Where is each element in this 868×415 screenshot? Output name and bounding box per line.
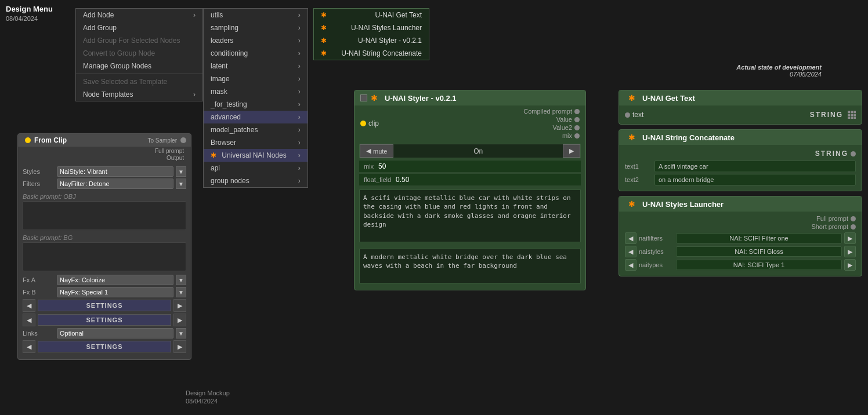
menu-convert-to-group: Convert to Group Node bbox=[76, 47, 202, 60]
string-label: STRING bbox=[810, 111, 843, 119]
menu-u-nai-string-concat[interactable]: ✱ U-NAI String Concatenate bbox=[314, 47, 429, 60]
filters-dropdown-btn[interactable]: ▼ bbox=[176, 179, 186, 189]
arrow-icon: › bbox=[298, 11, 301, 19]
fxa-dropdown-btn[interactable]: ▼ bbox=[176, 275, 186, 285]
settings-left-arrow-1[interactable]: ◀ bbox=[23, 299, 35, 312]
orange-star-icon: ✱ bbox=[628, 93, 635, 103]
concat-text1-value[interactable]: A scifi vintage car bbox=[654, 161, 856, 172]
short-prompt-label: Short prompt bbox=[811, 223, 848, 230]
styler-text2[interactable]: A modern mettalic white bridge over the … bbox=[359, 249, 581, 283]
settings-row-1: ◀ SETTINGS ▶ bbox=[23, 299, 186, 312]
menu-browser[interactable]: Browser › bbox=[204, 136, 308, 149]
settings-right-arrow-3[interactable]: ▶ bbox=[173, 340, 186, 353]
text-port-dot bbox=[625, 112, 630, 118]
naitypes-value[interactable]: NAI: SCIFI Type 1 bbox=[676, 260, 842, 270]
fxb-dropdown-btn[interactable]: ▼ bbox=[176, 287, 186, 297]
settings-right-arrow-1[interactable]: ▶ bbox=[173, 299, 186, 312]
orange-star-icon: ✱ bbox=[628, 133, 635, 142]
menu-loaders[interactable]: loaders › bbox=[204, 34, 308, 47]
concat-text2-label: text2 bbox=[625, 176, 651, 183]
actual-state-label: Actual state of development 07/05/2024 bbox=[736, 64, 822, 78]
get-text-header: ✱ U-NAI Get Text bbox=[619, 90, 862, 105]
arrow-icon: › bbox=[298, 113, 301, 121]
menu-save-template: Save Selected as Template bbox=[76, 75, 202, 88]
fxb-select[interactable]: NayFx: Special 1 bbox=[57, 287, 173, 297]
menu-u-nai-styles-launcher[interactable]: ✱ U-NAI Styles Launcher bbox=[314, 21, 429, 34]
get-text-port-row: text STRING bbox=[625, 109, 856, 121]
naifilters-right-arrow[interactable]: ▶ bbox=[844, 232, 856, 244]
naitypes-label: naitypes bbox=[639, 261, 674, 268]
unai-styler-header: ✱ U-NAI Styler - v0.2.1 bbox=[355, 90, 585, 105]
menu-latent[interactable]: latent › bbox=[204, 60, 308, 72]
styles-select[interactable]: NaiStyle: Vibrant bbox=[57, 166, 173, 177]
value-dot bbox=[574, 117, 580, 122]
float-field-value[interactable]: 0.50 bbox=[396, 176, 409, 184]
concat-string-label: STRING bbox=[815, 150, 848, 158]
settings-btn-3[interactable]: SETTINGS bbox=[38, 341, 171, 352]
naistyles-left-arrow[interactable]: ◀ bbox=[625, 246, 636, 257]
naitypes-right-arrow[interactable]: ▶ bbox=[844, 259, 856, 271]
arrow-icon: › bbox=[298, 126, 301, 134]
menu-model-patches[interactable]: model_patches › bbox=[204, 123, 308, 136]
mute-right-btn[interactable]: ▶ bbox=[563, 144, 580, 158]
menu-u-nai-styler[interactable]: ✱ U-NAI Styler - v0.2.1 bbox=[314, 34, 429, 47]
styler-checkbox[interactable] bbox=[360, 94, 367, 101]
menu-add-group[interactable]: Add Group bbox=[76, 21, 202, 34]
full-prompt-label: Full prompt bbox=[155, 148, 184, 154]
naitypes-left-arrow[interactable]: ◀ bbox=[625, 259, 636, 271]
naistyles-right-arrow[interactable]: ▶ bbox=[844, 246, 856, 257]
filters-select[interactable]: NayFilter: Detone bbox=[57, 179, 173, 189]
mute-state-label: On bbox=[393, 147, 563, 155]
menu-api[interactable]: api › bbox=[204, 162, 308, 174]
settings-row-3: ◀ SETTINGS ▶ bbox=[23, 340, 186, 353]
basic-prompt-obj-label: Basic prompt: OBJ bbox=[23, 191, 186, 201]
menu-manage-group[interactable]: Manage Group Nodes bbox=[76, 60, 202, 72]
menu-add-group-selected: Add Group For Selected Nodes bbox=[76, 34, 202, 47]
value2-dot bbox=[574, 125, 580, 130]
basic-prompt-obj-textarea[interactable] bbox=[23, 201, 186, 230]
styles-dropdown-btn[interactable]: ▼ bbox=[176, 166, 186, 177]
settings-right-arrow-2[interactable]: ▶ bbox=[173, 314, 186, 326]
naistyles-value[interactable]: NAI: SCIFI Gloss bbox=[676, 246, 842, 257]
arrow-icon: › bbox=[298, 151, 301, 159]
styler-text1[interactable]: A scifi vintage metallic blue car with w… bbox=[359, 190, 581, 242]
menu-utils[interactable]: utils › bbox=[204, 9, 308, 21]
settings-left-arrow-3[interactable]: ◀ bbox=[23, 340, 35, 353]
mix-field-value[interactable]: 50 bbox=[378, 162, 386, 170]
basic-prompt-bg-textarea[interactable] bbox=[23, 242, 186, 271]
arrow-icon: › bbox=[298, 164, 301, 172]
menu-image[interactable]: image › bbox=[204, 72, 308, 85]
naifilters-left-arrow[interactable]: ◀ bbox=[625, 232, 636, 244]
launcher-header: ✱ U-NAI Styles Launcher bbox=[619, 196, 862, 212]
naifilters-value[interactable]: NAI: SCIFI Filter one bbox=[676, 233, 842, 243]
menu-add-node[interactable]: Add Node › bbox=[76, 9, 202, 21]
menu-group-nodes[interactable]: group nodes › bbox=[204, 174, 308, 187]
menu-u-nai-get-text[interactable]: ✱ U-NAI Get Text bbox=[314, 9, 429, 21]
menu-sampling[interactable]: sampling › bbox=[204, 21, 308, 34]
menu-mask[interactable]: mask › bbox=[204, 85, 308, 98]
launcher-body: Full prompt Short prompt ◀ naifilters NA… bbox=[619, 212, 862, 276]
styles-label: Styles bbox=[23, 168, 55, 175]
value2-label: Value2 bbox=[553, 124, 572, 131]
settings-btn-1[interactable]: SETTINGS bbox=[38, 300, 171, 311]
naifilters-row: ◀ naifilters NAI: SCIFI Filter one ▶ bbox=[625, 232, 856, 244]
orange-star-icon: ✱ bbox=[321, 37, 327, 45]
mute-left-btn[interactable]: ◀ mute bbox=[360, 144, 393, 158]
links-dropdown-btn[interactable]: ▼ bbox=[176, 328, 186, 338]
fxb-label: Fx B bbox=[23, 289, 55, 296]
menu-conditioning[interactable]: conditioning › bbox=[204, 47, 308, 60]
concat-text2-value[interactable]: on a modern bridge bbox=[654, 174, 856, 185]
menu-universal-nai[interactable]: ✱ Universal NAI Nodes › bbox=[204, 149, 308, 162]
menu-advanced[interactable]: advanced › bbox=[204, 111, 308, 123]
settings-btn-2[interactable]: SETTINGS bbox=[38, 314, 171, 326]
orange-star-icon: ✱ bbox=[211, 151, 216, 159]
menu-for-testing[interactable]: _for_testing › bbox=[204, 98, 308, 111]
get-text-title: U-NAI Get Text bbox=[642, 94, 695, 103]
menu-node-templates[interactable]: Node Templates › bbox=[76, 88, 202, 101]
text-port-label: text bbox=[632, 111, 643, 119]
float-field-label: float_field bbox=[364, 176, 391, 183]
links-label: Links bbox=[23, 330, 55, 337]
settings-left-arrow-2[interactable]: ◀ bbox=[23, 314, 35, 326]
links-select[interactable]: Optional bbox=[57, 328, 173, 338]
fxa-select[interactable]: NayFx: Colorize bbox=[57, 275, 173, 285]
